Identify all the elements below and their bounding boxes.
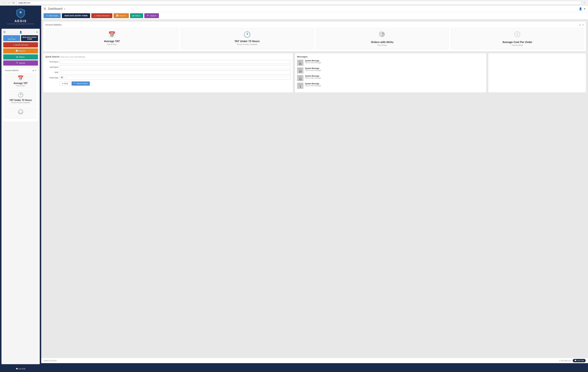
reports-bar-icon: 📊 [16, 50, 18, 52]
msg-expires-3: Expires [297, 83, 303, 85]
toolbar-new-order-button[interactable]: ✎ New Order [44, 13, 61, 18]
sidebar-stats-collapse-icon[interactable]: ▲ [32, 69, 34, 72]
bar-chart-icon: 📊 [116, 15, 118, 17]
sidebar: AEGIS SCREENING MANAGEMENT SOFTWARE ☰ 👤 … [0, 6, 41, 372]
top-nav: ☰ Dashboard ⌂ 👤 ▼ [41, 6, 588, 12]
toolbar-needs-decision-button[interactable]: ⚠ Needs Decision [91, 13, 112, 18]
order-date-input[interactable] [66, 76, 291, 80]
ssn-input[interactable] [60, 71, 291, 74]
dark-footer-bar [41, 363, 588, 372]
calendar-picker-button[interactable]: 📅 [60, 76, 64, 80]
sidebar-live-chat-area: 💬 Live Chat [0, 366, 41, 372]
stat-card-avg-cost: $ Average Cost Per Order Previous Month [451, 28, 584, 49]
stat-pie-icon [318, 31, 447, 39]
topnav-hamburger-icon[interactable]: ☰ [44, 7, 46, 11]
widget-collapse-icon[interactable]: ▲ [579, 24, 581, 26]
back-button[interactable]: ← [2, 1, 6, 4]
toolbar-search-button[interactable]: 🔍 Search [144, 13, 159, 18]
topnav-chevron-icon[interactable]: ▼ [584, 8, 586, 10]
page-title: Dashboard [48, 7, 63, 11]
msg-title-2: System Message [305, 75, 321, 77]
svg-text:$: $ [516, 32, 518, 36]
message-item-1: Expires Sep 14 System Message Click to v… [297, 67, 484, 74]
topnav-user-icon: 👤 [579, 7, 582, 11]
sidebar-videos-button[interactable]: ▶ Videos [3, 54, 38, 60]
app-wrapper: AEGIS SCREENING MANAGEMENT SOFTWARE ☰ 👤 … [0, 6, 588, 372]
first-name-row: First Name: [45, 60, 291, 64]
msg-expires-1: Expires [297, 68, 303, 69]
msg-badge-1: Expires Sep 14 [297, 67, 304, 74]
msg-sub-0[interactable]: Click to view message [305, 62, 321, 64]
quick-search-header: Quick Search Enter one or more of the fo… [45, 55, 291, 58]
sidebar-reports-button[interactable]: 📊 Reports [3, 48, 38, 53]
quick-search-subtitle: Enter one or more of the following [61, 56, 85, 58]
sidebar-inner-header: ☰ 👤 ▼ [3, 31, 38, 34]
stat-akas-title: Orders with AKAs [318, 41, 447, 44]
msg-body-3: System Message Click to view message [305, 83, 321, 86]
calendar-icon: 📅 [6, 75, 35, 81]
sidebar-new-order-button[interactable]: ✎ New Order [3, 35, 20, 41]
sidebar-stat-card-1: 📅 Average TAT Past 30 Days [5, 73, 37, 89]
stat-card-tat-72: 🕐 TAT Under 72 Hours Percent of orders c… [180, 28, 314, 49]
widget-panel-controls: ▲ ✕ [579, 24, 584, 26]
stat-card-akas: Orders with AKAs Past 30 Days [316, 28, 449, 49]
sidebar-chevron-icon[interactable]: ▼ [36, 31, 38, 33]
stat-avg-cost-title: Average Cost Per Order [453, 41, 582, 44]
edit-icon: ✎ [46, 15, 48, 17]
search-orders-button[interactable]: 🔍 Search Orders [72, 82, 90, 85]
toolbar-new-data-entry-button[interactable]: NEW DATA ENTRY FORM [62, 13, 90, 18]
main-toolbar: ✎ New Order NEW DATA ENTRY FORM ⚠ Needs … [41, 12, 588, 20]
toolbar-videos-button[interactable]: ▶ Videos [130, 13, 143, 18]
first-name-input[interactable] [60, 60, 291, 64]
msg-body-2: System Message Click to view message [305, 75, 321, 79]
msg-day-2: 13 [297, 78, 303, 81]
first-name-label: First Name: [45, 61, 59, 63]
toolbar-reports-button[interactable]: 📊 Reports [114, 13, 129, 18]
stat-avg-tat-sub: Past 30 Days [48, 43, 176, 45]
stat-tat72-title: TAT Under 72 Hours [183, 40, 311, 43]
msg-sub-3[interactable]: Click to view message [305, 85, 321, 86]
sidebar-live-chat-button[interactable]: 💬 Live Chat [14, 367, 27, 371]
msg-badge-3: Expires Sep 1 [297, 83, 304, 89]
message-item-0: Expires Dec 31 System Message Click to v… [297, 60, 484, 66]
form-actions: ✦ Clear 🔍 Search Orders [45, 82, 291, 85]
msg-expires-2: Expires [297, 75, 303, 77]
url-bar[interactable]: aegis.bib.com [17, 1, 581, 4]
pie-chart-icon [6, 109, 35, 115]
sidebar-stat1-sub: Past 30 Days [6, 85, 35, 86]
stat-tat72-sub: Percent of orders completed [183, 43, 311, 45]
sidebar-stats-header: Account Statistics ▲ ✕ [5, 69, 37, 72]
msg-body-1: System Message Click to view message [305, 67, 321, 71]
stat-calendar-icon: 📅 [48, 31, 176, 38]
messages-panel: Messages Expires Dec 31 System Message C… [295, 53, 486, 92]
clear-button[interactable]: ✦ Clear [60, 82, 70, 85]
msg-body-0: System Message Click to view message [305, 60, 321, 64]
msg-badge-0: Expires Dec 31 [297, 60, 304, 66]
browser-menu-button[interactable]: ⋮ [582, 1, 586, 4]
copyright-text: © 2024 BIB.com [559, 360, 571, 361]
msg-sub-1[interactable]: Click to view message [305, 69, 321, 71]
sidebar-stats-close-icon[interactable]: ✕ [35, 69, 37, 72]
account-stats-widget-title: Account Statistics [45, 24, 62, 26]
live-chat-button[interactable]: 💬 Live Chat [573, 359, 586, 362]
forward-button[interactable]: → [7, 1, 10, 4]
msg-sub-2[interactable]: Click to view message [305, 77, 321, 79]
sidebar-hamburger-icon[interactable]: ☰ [3, 31, 6, 34]
sidebar-needs-decision-button[interactable]: ⚠ Needs Decision [3, 42, 38, 47]
widget-close-icon[interactable]: ✕ [582, 24, 584, 26]
stat-card-avg-tat: 📅 Average TAT Past 30 Days [45, 28, 178, 49]
stat-avg-cost-sub: Previous Month [453, 44, 582, 46]
stat-avg-tat-title: Average TAT [48, 40, 176, 43]
footer-bar: DEMO ACCOUNT © 2024 BIB.com 💬 Live Chat [41, 358, 588, 363]
sidebar-new-data-entry-button[interactable]: NEW DATA ENTRY FORM [21, 35, 38, 41]
refresh-button[interactable]: ↻ [12, 1, 15, 4]
msg-day-0: 31 [297, 63, 303, 65]
home-icon[interactable]: ⌂ [64, 8, 65, 10]
last-name-input[interactable] [60, 65, 291, 69]
message-item-2: Expires Sep 13 System Message Click to v… [297, 75, 484, 81]
sidebar-stats-title: Account Statistics [5, 69, 19, 72]
browser-chrome: ← → ↻ aegis.bib.com ⋮ [0, 0, 588, 6]
clock-icon: 🕐 [6, 92, 35, 98]
sidebar-search-button[interactable]: 🔍 Search [3, 60, 38, 65]
messages-title: Messages [297, 55, 484, 58]
